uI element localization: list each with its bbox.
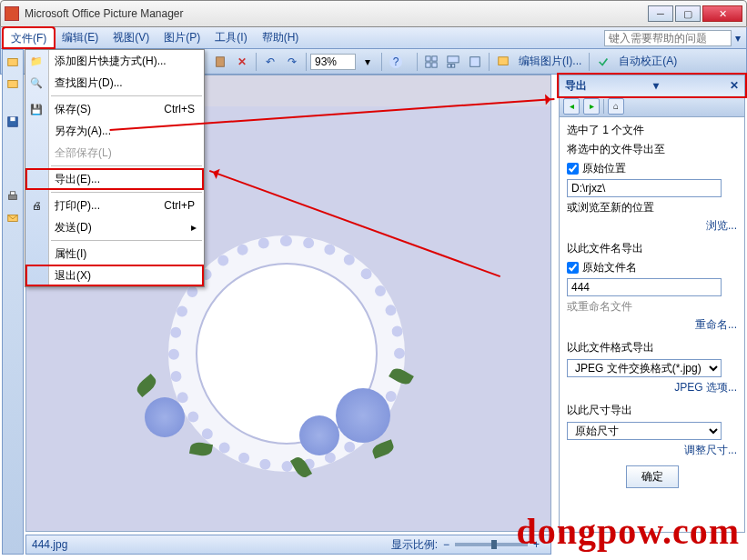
menu-view[interactable]: 视图(V) <box>106 27 156 48</box>
help-dropdown-icon[interactable]: ▾ <box>732 32 744 45</box>
undo-icon[interactable]: ↶ <box>260 52 280 72</box>
thumbnails-view-icon[interactable] <box>421 52 441 72</box>
menu-find-pictures[interactable]: 🔍 查找图片(D)... <box>25 72 204 94</box>
left-toolstrip <box>2 49 24 555</box>
name-label: 以此文件名导出 <box>567 241 737 256</box>
help-search: ▾ <box>604 27 744 48</box>
size-label: 以此尺寸导出 <box>567 403 737 418</box>
folder-icon: 📁 <box>29 54 44 68</box>
status-bar: 444.jpg 显示比例: − + <box>25 535 551 555</box>
filename-input[interactable] <box>567 278 722 296</box>
window-controls: ─ ▢ ✕ <box>648 5 742 22</box>
paste-icon[interactable] <box>210 52 230 72</box>
jpeg-options-link[interactable]: JPEG 选项... <box>567 380 737 395</box>
nav-home-icon[interactable]: ⌂ <box>608 98 624 115</box>
menu-save-all: 全部保存(L) <box>25 142 204 164</box>
menu-properties[interactable]: 属性(I) <box>25 243 204 265</box>
search-icon: 🔍 <box>29 75 44 90</box>
export-path-input[interactable] <box>567 179 722 197</box>
rename-link[interactable]: 重命名... <box>567 317 737 333</box>
window-title: Microsoft Office Picture Manager <box>25 7 648 20</box>
menu-print[interactable]: 🖨 打印(P)... Ctrl+P <box>25 195 204 216</box>
save-icon: 💾 <box>29 102 44 116</box>
menu-edit[interactable]: 编辑(E) <box>55 27 106 48</box>
selected-count: 选中了 1 个文件 <box>567 123 737 138</box>
browse-link[interactable]: 浏览... <box>567 218 737 234</box>
svg-rect-10 <box>470 56 480 66</box>
svg-rect-15 <box>10 117 15 121</box>
svg-rect-13 <box>8 81 18 88</box>
menu-bar: 文件(F) 编辑(E) 视图(V) 图片(P) 工具(I) 帮助(H) ▾ <box>0 27 747 49</box>
svg-rect-12 <box>8 59 18 66</box>
svg-rect-16 <box>9 195 17 199</box>
menu-help[interactable]: 帮助(H) <box>255 27 307 48</box>
menu-exit[interactable]: 退出(X) <box>25 265 204 286</box>
auto-correct-icon[interactable] <box>593 52 613 72</box>
minimize-button[interactable]: ─ <box>648 5 673 22</box>
edit-picture-icon[interactable] <box>493 52 513 72</box>
folder-icon[interactable] <box>3 74 23 94</box>
redo-icon[interactable]: ↷ <box>282 52 302 72</box>
svg-rect-3 <box>426 55 430 60</box>
shortcuts-icon[interactable] <box>3 52 23 72</box>
help-icon[interactable]: ? <box>386 52 406 72</box>
print-icon[interactable] <box>3 186 23 206</box>
print-icon: 🖨 <box>29 198 44 213</box>
delete-icon[interactable]: ✕ <box>232 52 252 72</box>
svg-rect-11 <box>499 56 509 65</box>
zoom-input[interactable]: 93% <box>310 54 356 70</box>
save-icon[interactable] <box>3 112 23 132</box>
svg-rect-8 <box>448 64 451 67</box>
zoom-out-icon[interactable]: − <box>443 538 449 551</box>
browse-hint: 或浏览至新的位置 <box>567 200 737 215</box>
panel-dropdown-icon[interactable]: ▾ <box>653 79 659 92</box>
svg-rect-9 <box>451 64 455 67</box>
filmstrip-view-icon[interactable] <box>443 52 463 72</box>
menu-file[interactable]: 文件(F) <box>3 27 55 48</box>
zoom-label: 显示比例: <box>391 537 438 553</box>
file-menu-dropdown: 📁 添加图片快捷方式(H)... 🔍 查找图片(D)... 💾 保存(S) Ct… <box>25 49 205 287</box>
app-icon <box>5 6 19 21</box>
zoom-dropdown-icon[interactable]: ▾ <box>358 52 378 72</box>
menu-tools[interactable]: 工具(I) <box>207 27 254 48</box>
svg-rect-4 <box>432 55 437 60</box>
svg-rect-2 <box>217 56 225 66</box>
menu-send[interactable]: 发送(D) ▸ <box>25 216 204 238</box>
export-panel: 导出 ▾ ✕ ◂ ▸ ⌂ 选中了 1 个文件 将选中的文件导出至 原始位置 或浏… <box>559 75 745 533</box>
panel-title-bar: 导出 ▾ ✕ <box>560 75 744 95</box>
svg-rect-5 <box>426 62 430 66</box>
panel-title: 导出 <box>565 78 587 94</box>
close-button[interactable]: ✕ <box>702 5 742 22</box>
menu-export[interactable]: 导出(E)... <box>25 168 204 190</box>
title-bar: Microsoft Office Picture Manager ─ ▢ ✕ <box>0 0 747 27</box>
single-view-icon[interactable] <box>465 52 485 72</box>
auto-correct-button[interactable]: 自动校正(A) <box>615 54 681 69</box>
nav-forward-icon[interactable]: ▸ <box>583 98 600 115</box>
orig-location-checkbox[interactable] <box>567 163 579 175</box>
export-to-label: 将选中的文件导出至 <box>567 142 737 157</box>
submenu-arrow-icon: ▸ <box>191 221 197 234</box>
orig-name-checkbox[interactable] <box>567 262 579 274</box>
svg-rect-17 <box>10 192 15 195</box>
panel-nav: ◂ ▸ ⌂ <box>560 95 744 117</box>
panel-close-icon[interactable]: ✕ <box>730 79 739 92</box>
size-select[interactable]: 原始尺寸 <box>567 422 722 440</box>
nav-back-icon[interactable]: ◂ <box>563 98 580 115</box>
svg-rect-7 <box>448 55 459 62</box>
resize-link[interactable]: 调整尺寸... <box>567 443 737 458</box>
edit-picture-button[interactable]: 编辑图片(I)... <box>515 54 585 69</box>
format-select[interactable]: JPEG 文件交换格式(*.jpg) <box>567 359 722 377</box>
format-label: 以此文件格式导出 <box>567 340 737 355</box>
mail-icon[interactable] <box>3 208 23 228</box>
ok-button[interactable]: 确定 <box>626 465 679 488</box>
menu-picture[interactable]: 图片(P) <box>156 27 207 48</box>
help-input[interactable] <box>604 30 732 46</box>
svg-rect-6 <box>432 62 437 66</box>
rename-hint: 或重命名文件 <box>567 299 737 315</box>
menu-save[interactable]: 💾 保存(S) Ctrl+S <box>25 98 204 120</box>
menu-add-shortcut[interactable]: 📁 添加图片快捷方式(H)... <box>25 50 204 72</box>
status-filename: 444.jpg <box>32 538 67 551</box>
watermark: dongpow.com <box>517 510 741 553</box>
menu-save-as[interactable]: 另存为(A)... <box>25 120 204 142</box>
maximize-button[interactable]: ▢ <box>675 5 701 22</box>
